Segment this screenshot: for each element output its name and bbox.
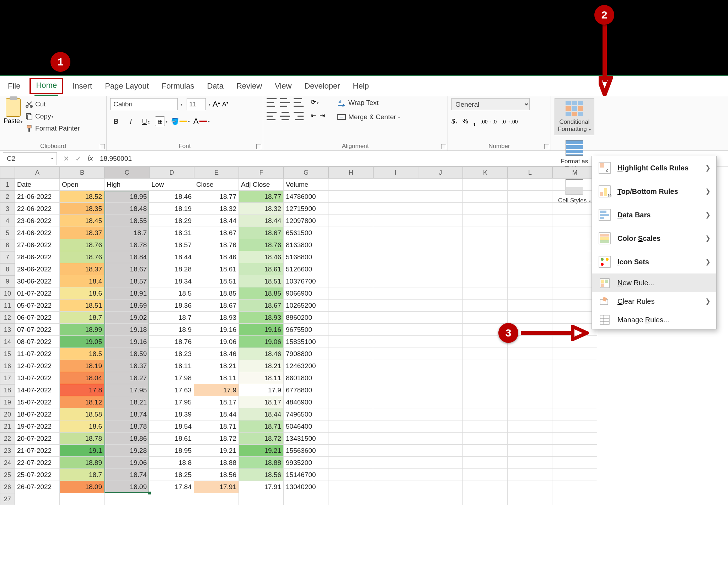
cell[interactable]: 17.9 [239,384,284,396]
cell[interactable]: 18.76 [149,336,194,348]
cell[interactable]: 19.06 [239,336,284,348]
cell[interactable]: 11-07-2022 [15,348,60,360]
cell[interactable]: 18.17 [239,396,284,408]
cell[interactable]: 18.46 [194,348,239,360]
font-size-input[interactable] [187,98,206,110]
percent-format-button[interactable]: % [462,118,468,125]
cell[interactable] [15,493,60,505]
menu-data-bars[interactable]: Data Bars ❯ [592,203,716,227]
cell[interactable]: 26-07-2022 [15,481,60,493]
cell[interactable]: 18.09 [105,481,149,493]
cell[interactable] [463,433,508,445]
row-header[interactable]: 10 [0,287,15,300]
cell[interactable]: 19.18 [105,324,149,336]
cell[interactable] [463,396,508,408]
cell[interactable]: 18.45 [60,215,105,227]
cell[interactable] [373,215,418,227]
cell[interactable] [463,287,508,300]
cell[interactable] [328,287,373,300]
row-header[interactable]: 7 [0,251,15,263]
cell[interactable] [418,324,463,336]
accounting-format-button[interactable]: $▾ [451,118,457,125]
cell[interactable]: 19.16 [105,336,149,348]
row-header[interactable]: 22 [0,433,15,445]
cell[interactable]: High [105,179,149,191]
row-header[interactable]: 25 [0,469,15,481]
cell[interactable] [418,384,463,396]
cell[interactable]: 18.56 [239,469,284,481]
cell[interactable]: 18.57 [149,239,194,251]
cell[interactable] [463,251,508,263]
cell[interactable]: 07-07-2022 [15,324,60,336]
cell[interactable] [463,300,508,312]
row-header[interactable]: 27 [0,493,15,505]
tab-page-layout[interactable]: Page Layout [98,76,155,96]
cell[interactable]: 12097800 [284,215,328,227]
row-header[interactable]: 4 [0,215,15,227]
cell[interactable]: 18.46 [194,251,239,263]
cell[interactable] [194,493,239,505]
cell[interactable]: 9675500 [284,324,328,336]
cell[interactable]: 18.77 [239,191,284,203]
column-header[interactable]: M [552,166,597,179]
cell[interactable]: 18.4 [60,275,105,287]
cell[interactable]: 18.89 [60,457,105,469]
cell[interactable] [418,457,463,469]
cell[interactable] [508,457,552,469]
row-header[interactable]: 24 [0,457,15,469]
cell[interactable]: 18.52 [60,191,105,203]
cell[interactable] [508,215,552,227]
cell[interactable]: 18.44 [239,408,284,420]
cell[interactable]: 18.78 [105,239,149,251]
column-header[interactable]: L [508,166,552,179]
cell[interactable]: Adj Close [239,179,284,191]
decrease-indent-button[interactable]: ⇤ [311,112,316,120]
cell[interactable]: 19.06 [105,457,149,469]
cell[interactable] [508,396,552,408]
cell[interactable]: 12463200 [284,360,328,372]
cell[interactable] [463,445,508,457]
cell[interactable] [508,275,552,287]
align-right-button[interactable] [294,112,304,120]
cell[interactable] [373,287,418,300]
cell[interactable]: 05-07-2022 [15,300,60,312]
cell[interactable]: 22-07-2022 [15,457,60,469]
cell[interactable] [373,372,418,384]
cell[interactable] [328,433,373,445]
cell[interactable]: 7496500 [284,408,328,420]
decrease-font-icon[interactable]: A▾ [222,101,228,108]
cell[interactable] [418,203,463,215]
cell[interactable] [552,203,597,215]
cell[interactable]: 18.34 [149,275,194,287]
cell[interactable]: 18.37 [60,227,105,239]
cell[interactable] [463,457,508,469]
comma-format-button[interactable]: , [473,116,476,127]
cell[interactable] [418,312,463,324]
cell[interactable]: 24-06-2022 [15,227,60,239]
cell[interactable] [328,300,373,312]
cell[interactable] [328,263,373,275]
row-header[interactable]: 3 [0,203,15,215]
cell[interactable]: 25-07-2022 [15,469,60,481]
cell[interactable]: 18.85 [194,287,239,300]
cell[interactable]: 6561500 [284,227,328,239]
cell[interactable]: 18.56 [194,469,239,481]
cell[interactable] [373,457,418,469]
cell[interactable] [552,493,597,505]
cell[interactable]: 18.46 [239,251,284,263]
cell[interactable]: 18.28 [149,263,194,275]
cell[interactable] [552,408,597,420]
cell[interactable] [239,493,284,505]
cell[interactable] [552,481,597,493]
cell[interactable] [328,312,373,324]
cell[interactable]: 19.06 [194,336,239,348]
cell[interactable]: 7908800 [284,348,328,360]
row-header[interactable]: 18 [0,384,15,396]
cell[interactable]: 19.21 [194,445,239,457]
cell[interactable]: 18.7 [60,312,105,324]
row-header[interactable]: 19 [0,396,15,408]
cell[interactable]: 18.78 [105,420,149,433]
row-header[interactable]: 16 [0,360,15,372]
cell[interactable]: 18.5 [60,348,105,360]
cell[interactable]: 13-07-2022 [15,372,60,384]
